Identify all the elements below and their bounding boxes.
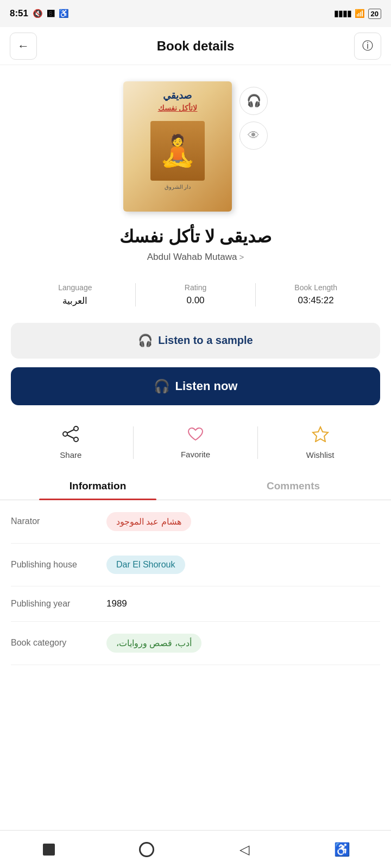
book-length-value: 03:45:22 <box>298 295 334 306</box>
svg-point-0 <box>74 426 78 431</box>
status-left: 8:51 🔇 🅱 ♿ <box>10 8 69 19</box>
nav-stop-button[interactable] <box>35 836 62 863</box>
accessibility-nav-icon: ♿ <box>334 842 350 857</box>
tab-information[interactable]: Information <box>0 470 195 500</box>
sample-headphones-icon: 🎧 <box>138 334 153 348</box>
eye-off-icon-btn[interactable]: 👁 <box>239 122 268 150</box>
stats-row: Language العربية Rating 0.00 Book Length… <box>11 272 380 317</box>
narator-value[interactable]: هشام عبد الموجود <box>106 512 191 531</box>
share-label: Share <box>60 450 81 459</box>
back-button[interactable]: ← <box>10 33 37 60</box>
mute-icon: 🔇 <box>33 9 43 18</box>
stat-book-length: Book Length 03:45:22 <box>260 283 371 307</box>
book-title-section: صديقى لا تأكل نفسك Abdul Wahab Mutawa > <box>0 217 391 267</box>
favorite-action[interactable]: Favorite <box>134 426 258 459</box>
status-time: 8:51 <box>10 8 28 19</box>
actions-row: Share Favorite Wishlist <box>0 411 391 470</box>
sample-button-label: Listen to a sample <box>158 334 253 347</box>
book-cover-section: صديقي لاتأكل نفسك 🧘 دار الشروق 🎧 👁 <box>0 65 391 217</box>
battery-indicator: 20 <box>368 9 381 19</box>
stat-divider-1 <box>135 283 136 307</box>
nav-home-button[interactable] <box>133 836 160 863</box>
wishlist-action[interactable]: Wishlist <box>258 426 382 459</box>
favorite-label: Favorite <box>181 450 210 459</box>
book-category-label: Book category <box>11 638 98 648</box>
book-length-label: Book Length <box>294 283 337 292</box>
stat-language: Language العربية <box>20 283 131 307</box>
eye-off-icon: 👁 <box>248 129 260 143</box>
stat-rating: Rating 0.00 <box>140 283 251 307</box>
listen-now-label: Listen now <box>175 379 238 393</box>
audio-sample-icon-btn[interactable]: 🎧 <box>239 87 268 115</box>
status-bar: 8:51 🔇 🅱 ♿ ▮▮▮▮ 📶 20 <box>0 0 391 27</box>
listen-headphones-icon: 🎧 <box>154 379 170 394</box>
book-author-name: Abdul Wahab Mutawa <box>147 252 237 263</box>
accessibility-icon: ♿ <box>59 9 69 18</box>
listen-sample-button[interactable]: 🎧 Listen to a sample <box>11 323 380 359</box>
bottom-spacer <box>0 665 391 714</box>
nav-accessibility-button[interactable]: ♿ <box>329 836 356 863</box>
heart-icon <box>187 426 204 445</box>
stop-icon <box>43 844 55 856</box>
bottom-nav: ◁ ♿ <box>0 830 391 868</box>
rating-value: 0.00 <box>186 295 204 306</box>
wifi-icon: 📶 <box>355 9 365 18</box>
publishing-year-label: Publishing year <box>11 599 98 609</box>
svg-marker-5 <box>313 427 328 442</box>
cover-publisher: دار الشروق <box>165 184 191 190</box>
book-category-row: Book category أدب، قصص وروايات، <box>11 622 380 665</box>
home-icon <box>139 842 154 857</box>
book-author-row[interactable]: Abdul Wahab Mutawa > <box>13 252 378 263</box>
publishing-house-row: Publishing house Dar El Shorouk <box>11 544 380 586</box>
top-bar: ← Book details ⓘ <box>0 27 391 65</box>
rating-label: Rating <box>185 283 206 292</box>
wishlist-label: Wishlist <box>306 450 335 459</box>
svg-line-4 <box>67 435 74 438</box>
info-button[interactable]: ⓘ <box>354 33 381 60</box>
app-icon-1: 🅱 <box>47 10 54 18</box>
back-nav-icon: ◁ <box>239 842 249 857</box>
svg-line-3 <box>67 430 74 433</box>
cover-figure: 🧘 <box>150 121 205 181</box>
book-cover-wrapper: صديقي لاتأكل نفسك 🧘 دار الشروق <box>123 81 232 212</box>
nav-back-button[interactable]: ◁ <box>231 836 258 863</box>
publishing-year-row: Publishing year 1989 <box>11 586 380 622</box>
publishing-year-value: 1989 <box>106 598 127 609</box>
page-title: Book details <box>157 39 235 54</box>
book-main-title: صديقى لا تأكل نفسك <box>13 226 378 248</box>
listen-now-button[interactable]: 🎧 Listen now <box>11 367 380 405</box>
narator-label: Narator <box>11 516 98 526</box>
stat-divider-2 <box>255 283 256 307</box>
language-label: Language <box>58 283 92 292</box>
star-icon <box>312 426 329 446</box>
language-value: العربية <box>62 295 87 307</box>
author-chevron-icon: > <box>239 252 244 261</box>
tab-comments[interactable]: Comments <box>195 470 391 500</box>
book-cover: صديقي لاتأكل نفسك 🧘 دار الشروق <box>123 81 232 212</box>
tabs-row: Information Comments <box>0 470 391 500</box>
cover-side-buttons: 🎧 👁 <box>239 87 268 150</box>
share-action[interactable]: Share <box>9 426 133 459</box>
info-icon: ⓘ <box>362 39 373 53</box>
svg-point-1 <box>74 437 78 442</box>
headphones-icon: 🎧 <box>247 94 261 108</box>
publishing-house-label: Publishing house <box>11 560 98 570</box>
publishing-house-value[interactable]: Dar El Shorouk <box>106 556 185 574</box>
cover-arabic-title: صديقي لاتأكل نفسك <box>158 90 198 113</box>
signal-icon: ▮▮▮▮ <box>334 9 351 18</box>
status-right: ▮▮▮▮ 📶 20 <box>334 9 381 19</box>
share-icon <box>61 426 80 446</box>
info-section: Narator هشام عبد الموجود Publishing hous… <box>0 500 391 665</box>
book-category-value[interactable]: أدب، قصص وروايات، <box>106 634 201 653</box>
back-icon: ← <box>17 39 29 53</box>
svg-point-2 <box>63 432 67 436</box>
narator-row: Narator هشام عبد الموجود <box>11 500 380 544</box>
